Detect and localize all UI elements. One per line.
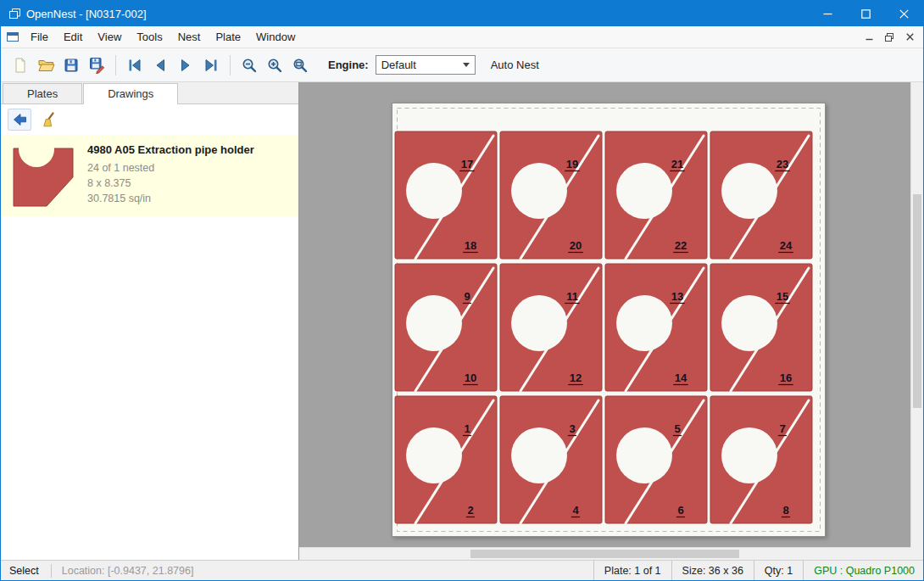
nested-part-pair[interactable]: 2324: [710, 131, 812, 259]
nested-part-pair[interactable]: 78: [710, 396, 812, 523]
pipe-hole-cutout: [406, 163, 462, 219]
nested-part-pair[interactable]: 2122: [605, 131, 707, 259]
status-location: Location: [-0.9437, 21.8796]: [52, 565, 204, 577]
drawing-meta: 4980 A05 Extraction pipe holder 24 of 1 …: [87, 142, 254, 206]
part-number: 9: [464, 290, 470, 303]
nested-part-pair[interactable]: 1516: [710, 264, 812, 391]
drawing-nested-count: 24 of 1 nested: [87, 160, 254, 176]
nav-first-icon: [126, 57, 143, 74]
menu-item-view[interactable]: View: [90, 26, 129, 48]
back-arrow-button[interactable]: [8, 109, 31, 131]
pipe-hole-cutout: [721, 295, 777, 351]
open-folder-icon: [37, 57, 55, 74]
pipe-hole-cutout: [616, 163, 672, 219]
nav-prev-button[interactable]: [148, 53, 173, 78]
status-gpu: GPU : Quadro P1000: [803, 561, 923, 580]
mdi-restore-button[interactable]: [879, 29, 899, 46]
menu-bar: FileEditViewToolsNestPlateWindow: [1, 26, 923, 48]
part-number: 12: [570, 372, 582, 384]
menu-item-plate[interactable]: Plate: [208, 26, 248, 48]
nested-part-pair[interactable]: 12: [395, 396, 497, 523]
nested-part-pair[interactable]: 1314: [605, 264, 707, 391]
nav-first-button[interactable]: [122, 53, 148, 78]
title-bar: OpenNest - [N0317-002]: [1, 1, 923, 26]
menu-item-file[interactable]: File: [23, 26, 56, 48]
engine-select[interactable]: Default: [376, 55, 476, 75]
part-number: 21: [671, 158, 683, 170]
app-window: OpenNest - [N0317-002] FileEditViewTools…: [0, 0, 924, 581]
status-bar: Select Location: [-0.9437, 21.8796] Plat…: [1, 560, 923, 580]
chevron-down-icon: [463, 63, 470, 67]
nested-part-pair[interactable]: 1112: [500, 264, 602, 391]
tab-strip: Plates Drawings: [1, 82, 298, 104]
zoom-in-button[interactable]: [262, 53, 287, 78]
tab-plates[interactable]: Plates: [3, 83, 82, 103]
menu-item-tools[interactable]: Tools: [129, 26, 170, 48]
drawing-area: 30.7815 sq/in: [87, 191, 254, 206]
part-number: 2: [467, 504, 473, 517]
nested-part-pair[interactable]: 1920: [500, 131, 602, 259]
pipe-hole-cutout: [511, 163, 567, 219]
nested-part-pair[interactable]: 1718: [395, 131, 497, 259]
nav-next-button[interactable]: [173, 53, 198, 78]
mdi-child-icon: [6, 31, 19, 43]
zoom-out-button[interactable]: [237, 53, 262, 78]
save-edit-icon: [88, 56, 106, 74]
mdi-minimize-button[interactable]: [859, 29, 879, 46]
close-button[interactable]: [885, 1, 923, 26]
drawing-title: 4980 A05 Extraction pipe holder: [87, 143, 254, 156]
mdi-close-button[interactable]: [899, 29, 920, 46]
clear-broom-button[interactable]: [36, 109, 60, 131]
status-segment-1: Size: 36 x 36: [671, 561, 754, 580]
menu-item-edit[interactable]: Edit: [56, 26, 90, 48]
drawings-toolbar: [1, 104, 298, 135]
window-title: OpenNest - [N0317-002]: [26, 8, 147, 20]
nav-last-icon: [203, 57, 220, 74]
status-mode: Select: [1, 565, 51, 577]
part-number: 4: [572, 504, 579, 517]
engine-selected-value: Default: [381, 59, 416, 71]
back-arrow-icon: [11, 111, 29, 128]
part-number: 19: [566, 158, 578, 170]
save-edit-button[interactable]: [84, 53, 109, 78]
nav-last-button[interactable]: [198, 53, 224, 78]
part-number: 7: [779, 422, 785, 435]
nav-prev-icon: [152, 57, 169, 74]
nested-part-pair[interactable]: 34: [500, 396, 602, 523]
part-number: 8: [782, 504, 788, 517]
maximize-button[interactable]: [847, 1, 885, 26]
nested-part-pair[interactable]: 910: [395, 264, 497, 391]
menu-item-nest[interactable]: Nest: [170, 26, 209, 48]
menu-item-window[interactable]: Window: [248, 26, 303, 48]
new-file-button[interactable]: [8, 53, 33, 78]
drawing-size: 8 x 8.375: [87, 176, 254, 191]
save-button[interactable]: [58, 53, 84, 78]
broom-icon: [40, 111, 57, 128]
part-number: 15: [776, 290, 788, 303]
minimize-button[interactable]: [809, 1, 847, 26]
app-icon: [8, 7, 21, 20]
open-file-button[interactable]: [33, 53, 58, 78]
auto-nest-button[interactable]: Auto Nest: [491, 59, 539, 71]
zoom-fit-icon: [292, 57, 309, 74]
nest-canvas[interactable]: 171819202122232491011121314151612345678: [299, 82, 923, 560]
zoom-out-icon: [241, 57, 258, 74]
part-number: 11: [566, 290, 578, 303]
tab-drawings[interactable]: Drawings: [83, 83, 178, 104]
part-number: 24: [780, 239, 793, 252]
vertical-scrollbar[interactable]: [910, 82, 923, 547]
part-number: 10: [465, 372, 476, 384]
content-area: Plates Drawings 4980 A05 Extraction pipe…: [1, 82, 923, 560]
part-number: 5: [674, 422, 680, 435]
drawing-list-item[interactable]: 4980 A05 Extraction pipe holder 24 of 1 …: [1, 135, 298, 216]
new-file-icon: [12, 57, 29, 74]
part-number: 22: [675, 239, 687, 252]
horizontal-scrollbar-thumb[interactable]: [470, 550, 739, 558]
part-number: 18: [465, 239, 476, 252]
horizontal-scrollbar[interactable]: [299, 547, 910, 560]
vertical-scrollbar-thumb[interactable]: [913, 194, 921, 408]
zoom-fit-button[interactable]: [287, 53, 313, 78]
part-number: 1: [464, 422, 470, 435]
nested-part-pair[interactable]: 56: [605, 396, 707, 523]
part-number: 23: [776, 158, 788, 170]
